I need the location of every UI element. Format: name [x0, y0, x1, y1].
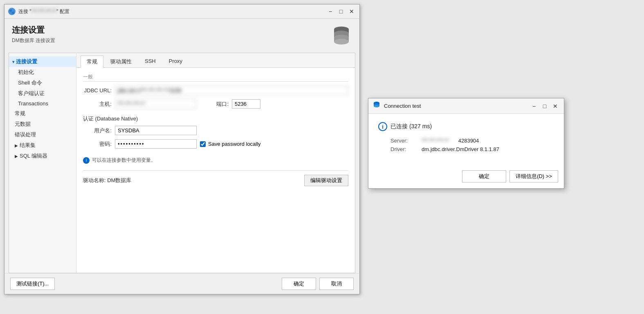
detail-button[interactable]: 详细信息(D) >> [509, 170, 558, 183]
sidebar-item-error-handling[interactable]: 错误处理 [9, 129, 76, 140]
username-label: 用户名: [83, 127, 112, 134]
server-value: ***.***.***.** [422, 138, 449, 144]
database-icon [331, 24, 352, 49]
footer-right: 确定 取消 [282, 278, 354, 290]
dialog-title-area: 连接设置 DM数据库 连接设置 [12, 24, 55, 44]
test-maximize-button[interactable]: □ [540, 102, 549, 111]
ok-button[interactable]: 确定 [282, 278, 316, 290]
test-ok-button[interactable]: 确定 [462, 170, 506, 183]
svg-text:🐾: 🐾 [9, 9, 15, 14]
test-connection-button[interactable]: 测试链接(T)... [10, 278, 55, 290]
content-area: 一般 JDBC URL: 主机: 端口: 认证 (Database Native… [76, 68, 355, 273]
dialog-footer: 测试链接(T)... 确定 取消 [4, 273, 359, 294]
auth-label: 认证 (Database Native) [83, 115, 348, 122]
jdbc-label: JDBC URL: [83, 87, 112, 94]
sidebar-item-client-auth[interactable]: 客户端认证 [9, 88, 76, 99]
tab-driver-props[interactable]: 驱动属性 [104, 56, 138, 67]
sidebar-item-init[interactable]: 初始化 [9, 67, 76, 78]
port-label: 端口: [200, 100, 229, 108]
driver-label-test: Driver: [390, 146, 415, 152]
jdbc-url-input[interactable] [115, 86, 348, 95]
dialog-title: 连接设置 [12, 24, 55, 36]
dialog-body: ▾ 连接设置 初始化 Shell 命令 客户端认证 Transactions 常… [9, 53, 355, 273]
general-section-label: 一般 [83, 73, 348, 82]
server-label: Server: [390, 138, 415, 144]
jdbc-url-row: JDBC URL: [83, 86, 348, 95]
save-password-row: Save password locally [200, 141, 261, 147]
host-label: 主机: [83, 100, 112, 108]
tabs: 常规 驱动属性 SSH Proxy [76, 53, 355, 68]
test-title-left: Connection test [372, 101, 421, 111]
driver-value: dm.jdbc.driver.DmDriver 8.1.1.87 [422, 146, 499, 152]
svg-point-13 [374, 105, 379, 107]
edit-driver-button[interactable]: 编辑驱动设置 [304, 175, 348, 186]
password-row: 密码: Save password locally [83, 139, 348, 149]
auth-section: 认证 (Database Native) 用户名: 密码: Save passw… [83, 115, 348, 149]
test-footer: 确定 详细信息(D) >> [368, 167, 564, 188]
footer-left: 测试链接(T)... [10, 278, 55, 290]
expand-icon-sql: ▶ [15, 154, 18, 158]
svg-point-8 [334, 39, 349, 45]
save-password-label: Save password locally [208, 141, 261, 147]
driver-row-test: Driver: dm.jdbc.driver.DmDriver 8.1.1.87 [390, 146, 554, 152]
info-icon: i [83, 157, 90, 164]
password-label: 密码: [83, 140, 112, 148]
sidebar-item-normal[interactable]: 常规 [9, 108, 76, 119]
username-row: 用户名: [83, 126, 348, 135]
test-body: i 已连接 (327 ms) Server: ***.***.***.** 42… [368, 114, 564, 167]
success-icon: i [378, 122, 387, 131]
title-bar-text: 连接 "***.***.***.**" 配置 [18, 8, 70, 15]
host-input[interactable] [115, 99, 197, 109]
sidebar-item-result-set[interactable]: ▶ 结果集 [9, 140, 76, 151]
test-title-controls: − □ ✕ [530, 102, 560, 111]
sidebar-item-metadata[interactable]: 元数据 [9, 119, 76, 129]
port-input[interactable] [232, 99, 260, 109]
save-password-checkbox[interactable] [200, 141, 206, 147]
sidebar: ▾ 连接设置 初始化 Shell 命令 客户端认证 Transactions 常… [9, 53, 76, 273]
info-grid: Server: ***.***.***.** 4283904 Driver: d… [390, 138, 554, 152]
dialog-header: 连接设置 DM数据库 连接设置 [4, 19, 359, 53]
app-icon: 🐾 [8, 7, 16, 16]
sidebar-item-shell-command[interactable]: Shell 命令 [9, 78, 76, 88]
success-row: i 已连接 (327 ms) [378, 122, 554, 131]
info-text: 可以在连接参数中使用变量。 [92, 157, 156, 164]
server-row: Server: ***.***.***.** 4283904 [390, 138, 554, 144]
maximize-button[interactable]: □ [337, 7, 346, 16]
tab-normal[interactable]: 常规 [81, 56, 103, 68]
sidebar-item-connection-settings[interactable]: ▾ 连接设置 [9, 56, 76, 67]
driver-name-label: 驱动名称: DM数据库 [83, 177, 131, 184]
tab-proxy[interactable]: Proxy [163, 56, 188, 67]
main-dialog: 🐾 连接 "***.***.***.**" 配置 − □ ✕ 连接设置 DM数据… [4, 4, 360, 294]
cancel-button[interactable]: 取消 [319, 278, 354, 290]
test-close-button[interactable]: ✕ [551, 102, 560, 111]
driver-row: 驱动名称: DM数据库 编辑驱动设置 [83, 170, 348, 186]
db-icon-small [372, 101, 381, 111]
chevron-down-icon: ▾ [12, 60, 14, 64]
success-text: 已连接 (327 ms) [390, 123, 432, 130]
server-id: 4283904 [456, 138, 479, 144]
username-input[interactable] [115, 126, 197, 135]
test-minimize-button[interactable]: − [530, 102, 539, 111]
test-dialog-title: Connection test [384, 103, 421, 109]
dialog-subtitle: DM数据库 连接设置 [12, 37, 55, 44]
test-title-bar: Connection test − □ ✕ [368, 98, 564, 114]
info-row: i 可以在连接参数中使用变量。 [83, 157, 348, 164]
title-bar: 🐾 连接 "***.***.***.**" 配置 − □ ✕ [4, 4, 359, 19]
main-content: 常规 驱动属性 SSH Proxy 一般 JDBC URL: 主机: 端口: [76, 53, 355, 273]
test-dialog: Connection test − □ ✕ i 已连接 (327 ms) Ser… [368, 98, 564, 189]
title-bar-controls: − □ ✕ [326, 7, 356, 16]
password-input[interactable] [115, 139, 197, 149]
minimize-button[interactable]: − [326, 7, 335, 16]
sidebar-item-transactions[interactable]: Transactions [9, 99, 76, 108]
sidebar-item-sql-editor[interactable]: ▶ SQL 编辑器 [9, 151, 76, 161]
tab-ssh[interactable]: SSH [139, 56, 162, 67]
expand-icon: ▶ [15, 143, 18, 148]
title-bar-left: 🐾 连接 "***.***.***.**" 配置 [8, 7, 70, 16]
close-button[interactable]: ✕ [347, 7, 356, 16]
host-row: 主机: 端口: [83, 99, 348, 109]
